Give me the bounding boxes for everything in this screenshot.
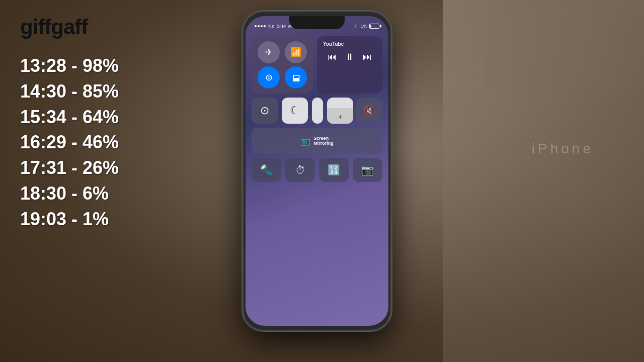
battery-entry-2: 14:30 - 85%	[20, 80, 171, 104]
calculator-icon: 🔢	[328, 164, 340, 176]
media-panel: YouTube ⏮ ⏸ ⏭	[317, 36, 382, 94]
battery-entry-6: 18:30 - 6%	[20, 182, 171, 206]
battery-log: 13:28 - 98% 14:30 - 85% 15:34 - 64% 16:2…	[20, 54, 171, 231]
timer-button[interactable]: ⏱	[285, 158, 315, 182]
screen-mirroring-label: ScreenMirroring	[313, 136, 334, 146]
fast-forward-button[interactable]: ⏭	[363, 52, 372, 62]
phone-body: No SIM ⊜ ☾ 1% ✈	[242, 10, 392, 332]
connectivity-panel: ✈ 📶 ⊜ ⬓	[252, 36, 313, 94]
wifi-button[interactable]: ⊜	[258, 66, 280, 88]
flashlight-icon: 🔦	[260, 164, 273, 176]
rewind-button[interactable]: ⏮	[328, 52, 337, 62]
orientation-lock-button[interactable]: ⊙	[252, 98, 278, 124]
cc-row-top: ✈ 📶 ⊜ ⬓ YouTube	[252, 36, 382, 94]
status-right: ☾ 1%	[354, 24, 379, 29]
pause-button[interactable]: ⏸	[345, 52, 354, 62]
bluetooth-icon: ⬓	[292, 73, 300, 82]
crescent-moon-icon: ☾	[290, 104, 300, 117]
blank-button[interactable]	[312, 98, 323, 124]
signal-dot-1	[255, 25, 257, 27]
battery-entry-1: 13:28 - 98%	[20, 54, 171, 78]
battery-status-icon	[369, 24, 379, 29]
do-not-disturb-button[interactable]: ☾	[282, 98, 308, 124]
wifi-icon: ⊜	[265, 72, 273, 83]
camera-icon: 📷	[361, 164, 374, 176]
cellular-icon: 📶	[290, 47, 301, 58]
battery-entry-5: 17:31 - 26%	[20, 156, 171, 180]
orientation-lock-icon: ⊙	[260, 104, 269, 117]
timer-icon: ⏱	[295, 164, 305, 176]
signal-dot-3	[261, 25, 263, 27]
battery-percent-label: 1%	[361, 24, 367, 29]
signal-dot-2	[258, 25, 260, 27]
volume-button[interactable]: 🔇	[356, 98, 382, 124]
battery-entry-3: 15:34 - 64%	[20, 106, 171, 129]
flashlight-button[interactable]: 🔦	[252, 158, 281, 182]
phone-notch	[289, 16, 345, 29]
battery-entry-7: 19:03 - 1%	[20, 208, 171, 231]
media-controls: ⏮ ⏸ ⏭	[323, 52, 376, 62]
signal-dots	[255, 25, 266, 27]
bluetooth-button[interactable]: ⬓	[285, 66, 307, 88]
cc-row-second: ⊙ ☾ ☀	[252, 98, 382, 124]
calculator-button[interactable]: 🔢	[319, 158, 349, 182]
status-left: No SIM ⊜	[255, 24, 292, 29]
phone-wrapper: No SIM ⊜ ☾ 1% ✈	[191, 10, 443, 352]
cc-row-fourth: 🔦 ⏱ 🔢 📷	[252, 158, 382, 182]
control-center: ✈ 📶 ⊜ ⬓ YouTube	[252, 36, 382, 316]
do-not-disturb-icon: ☾	[354, 24, 359, 29]
airplane-icon: ✈	[265, 47, 273, 58]
brightness-slider[interactable]: ☀	[327, 98, 353, 124]
camera-button[interactable]: 📷	[353, 158, 382, 182]
stats-panel: giffgaff 13:28 - 98% 14:30 - 85% 15:34 -…	[0, 0, 191, 362]
battery-fill	[370, 25, 371, 28]
brand-name: giffgaff	[20, 15, 171, 39]
media-app-name: YouTube	[323, 41, 376, 47]
background-right	[443, 0, 644, 362]
phone-screen: No SIM ⊜ ☾ 1% ✈	[246, 16, 388, 326]
battery-entry-4: 16:29 - 46%	[20, 131, 171, 154]
screen-mirroring-button[interactable]: 📺 ScreenMirroring	[252, 128, 382, 154]
screen-mirroring-icon: 📺	[300, 136, 310, 146]
signal-dot-4	[264, 25, 266, 27]
airplane-mode-button[interactable]: ✈	[258, 41, 280, 63]
carrier-label: No SIM	[268, 24, 286, 29]
iphone-label: iPhone	[532, 141, 594, 157]
cc-row-third: 📺 ScreenMirroring	[252, 128, 382, 154]
cellular-button[interactable]: 📶	[285, 41, 307, 63]
volume-mute-icon: 🔇	[363, 105, 376, 117]
